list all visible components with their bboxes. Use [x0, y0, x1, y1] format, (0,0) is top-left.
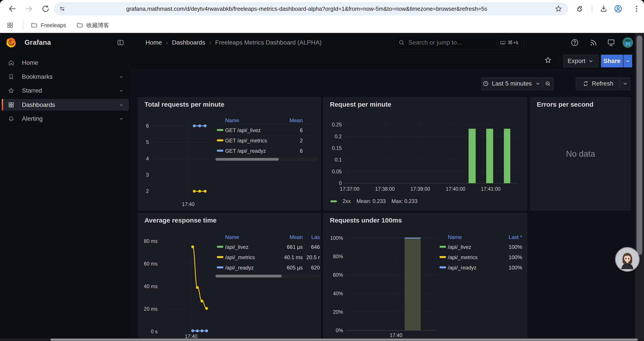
share-button[interactable]: Share [601, 55, 623, 67]
actions-divider [558, 56, 559, 65]
legend-column-header[interactable]: Mean [215, 117, 303, 124]
dashboards-icon [8, 102, 14, 108]
help-icon[interactable] [570, 38, 579, 47]
panel-title[interactable]: Total requests per minute [144, 101, 224, 108]
legend-hscrollbar-thumb[interactable] [216, 275, 282, 277]
panel-title[interactable]: Average response time [144, 217, 216, 224]
legend-value: 100% [438, 265, 522, 271]
panel-errors-per-second: No data Errors per second [530, 97, 631, 210]
time-range-picker[interactable]: Last 5 minutes [481, 77, 542, 90]
star-icon [8, 87, 14, 94]
sidebar-item-bookmarks[interactable]: Bookmarks [2, 72, 129, 81]
search-shortcut: ⌘+k [497, 38, 522, 47]
legend-stat: Mean: 0.233 [356, 198, 386, 204]
profile-icon[interactable] [614, 5, 622, 13]
breadcrumb-home[interactable]: Home [146, 39, 162, 46]
refresh-button[interactable]: Refresh [576, 77, 620, 90]
downloads-icon[interactable] [599, 5, 608, 13]
search-bar[interactable]: ⌘+k [394, 36, 524, 49]
apps-grid-icon[interactable] [6, 22, 14, 29]
legend-row[interactable]: /api/_metrics40.1 ms20.5 r [215, 252, 321, 262]
legend-inline[interactable]: 2xxMean: 0.233Max: 0.233 [330, 198, 418, 204]
sidebar-item-label: Dashboards [22, 101, 55, 108]
toolbar-divider [592, 5, 592, 12]
chevron-down-icon[interactable] [118, 74, 124, 80]
breadcrumb-separator: › [209, 39, 211, 46]
chevron-down-icon [625, 58, 631, 64]
legend-hscrollbar-thumb[interactable] [216, 158, 279, 161]
sidebar-item-home[interactable]: Home [2, 58, 129, 67]
grafana-brand: Grafana [24, 33, 51, 52]
back-button[interactable] [8, 5, 17, 13]
legend-row[interactable]: GET /api/_livez6 [215, 125, 317, 135]
sidebar-item-alerting[interactable]: Alerting [2, 114, 129, 123]
legend-row[interactable]: GET /api/_metrics2 [215, 135, 317, 146]
favorite-star-icon[interactable] [544, 56, 552, 64]
reload-button[interactable] [41, 5, 50, 13]
request-per-minute-chart: 0.250.20.150.10.05017:37:0017:38:0017:39… [324, 98, 527, 210]
legend-value: 100% [438, 254, 522, 260]
address-bar[interactable] [54, 2, 568, 15]
site-info-icon[interactable] [59, 6, 65, 12]
export-button[interactable]: Export [563, 55, 598, 67]
forward-button[interactable] [24, 5, 33, 13]
user-avatar[interactable] [622, 37, 633, 48]
monitor-icon[interactable] [607, 38, 616, 47]
sidebar-item-starred[interactable]: Starred [2, 86, 129, 95]
browser-toolbar [0, 0, 644, 18]
panel-title[interactable]: Request per minute [330, 101, 391, 108]
legend-column-header[interactable]: Last * [438, 234, 522, 240]
chevron-down-icon [535, 81, 541, 87]
chevron-down-icon[interactable] [118, 88, 124, 94]
bookmark-star-icon[interactable] [554, 5, 562, 13]
search-input[interactable] [408, 39, 481, 46]
svg-text:0 s: 0 s [151, 329, 158, 334]
svg-text:17:41:00: 17:41:00 [481, 186, 501, 192]
dock-menu-icon[interactable] [116, 39, 124, 47]
bookmark-folder-blogs[interactable]: 收藏博客 [76, 18, 109, 33]
svg-text:5: 5 [146, 139, 149, 145]
legend-row[interactable]: /api/_livez100% [438, 242, 523, 252]
assistant-avatar-overlay[interactable] [615, 247, 640, 272]
chevron-down-icon[interactable] [118, 102, 124, 108]
breadcrumb-dashboards[interactable]: Dashboards [172, 39, 205, 46]
bookmark-label: 收藏博客 [86, 22, 109, 29]
extensions-icon[interactable] [576, 5, 584, 13]
subheader-divider [131, 70, 644, 70]
vertical-scrollbar-thumb[interactable] [636, 36, 642, 255]
chevron-down-icon[interactable] [118, 116, 124, 122]
legend-row[interactable]: /api/_livez661 µs646 [215, 242, 321, 252]
bookmark-folder-freeleaps[interactable]: Freeleaps [31, 18, 66, 33]
clock-icon [483, 81, 489, 87]
panel-requests-under-100ms: 100%80%60%40%20%0%17:40NameLast */api/_l… [324, 213, 527, 341]
legend-hscrollbar[interactable] [215, 274, 321, 278]
sidebar-item-label: Starred [22, 87, 42, 94]
legend-row[interactable]: /api/_metrics100% [438, 252, 523, 262]
panel-request-per-minute: 0.250.20.150.10.05017:37:0017:38:0017:39… [324, 97, 527, 210]
browser-menu-icon[interactable] [632, 5, 641, 13]
chevron-down-icon [588, 58, 594, 64]
legend-row[interactable]: /api/_readyz605 µs620 [215, 262, 321, 272]
legend-column-header[interactable]: Las [215, 234, 320, 240]
sidebar-item-dashboards[interactable]: Dashboards [2, 99, 129, 111]
refresh-interval-button[interactable] [620, 77, 630, 90]
svg-text:20%: 20% [333, 309, 343, 315]
svg-text:0.25: 0.25 [332, 122, 342, 128]
horizontal-scrollbar-thumb[interactable] [50, 338, 638, 341]
panel-title[interactable]: Errors per second [537, 101, 593, 108]
legend-row[interactable]: /api/_readyz100% [438, 262, 523, 272]
legend-row[interactable]: GET /api/_readyz6 [215, 146, 317, 156]
svg-text:17:40:00: 17:40:00 [446, 186, 466, 192]
bookmarks-divider [23, 21, 23, 30]
legend-hscrollbar[interactable] [215, 158, 317, 161]
share-menu-button[interactable] [624, 55, 632, 67]
sidebar-item-label: Alerting [22, 115, 43, 122]
average-response-time-chart: 80 ms60 ms40 ms20 ms0 s17:40NameMeanLas/… [138, 213, 320, 341]
svg-text:100%: 100% [330, 235, 343, 241]
news-rss-icon[interactable] [589, 38, 598, 47]
panel-title[interactable]: Requests under 100ms [330, 217, 402, 224]
zoom-out-button[interactable] [542, 77, 554, 90]
url-input[interactable] [126, 2, 543, 15]
legend-value: 20.5 r [215, 254, 320, 260]
grafana-logo[interactable] [6, 37, 17, 48]
